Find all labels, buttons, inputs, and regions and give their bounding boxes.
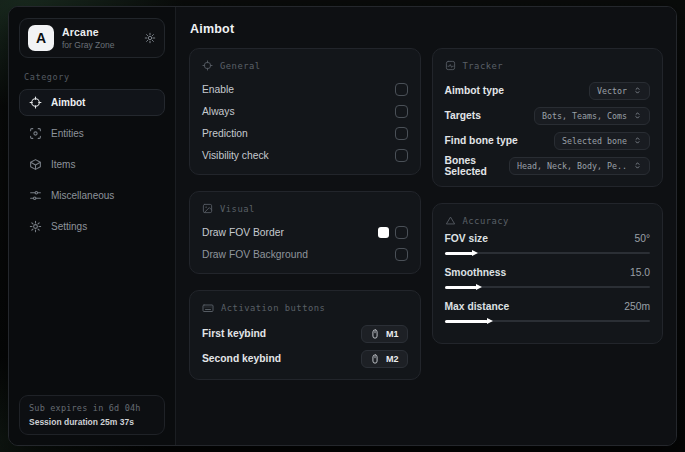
subscription-info: Sub expires in 6d 04h Session duration 2… bbox=[19, 395, 165, 435]
setting-label: Visibility check bbox=[202, 150, 269, 161]
visual-card: Visual Draw FOV Border Draw FOV Backgrou… bbox=[189, 191, 421, 274]
setting-row: First keybind M1 bbox=[202, 321, 408, 346]
keybind-value: M1 bbox=[386, 329, 399, 339]
select-value: Selected bone bbox=[562, 136, 627, 146]
entities-scan-icon bbox=[29, 127, 42, 140]
card-title: Tracker bbox=[463, 61, 504, 71]
slider-thumb[interactable] bbox=[487, 318, 493, 324]
sidebar: A Arcane for Gray Zone Category bbox=[9, 7, 176, 445]
setting-row: Draw FOV Background bbox=[202, 243, 408, 265]
chevrons-up-down-icon bbox=[633, 161, 642, 170]
setting-row: Targets Bots, Teams, Coms bbox=[445, 103, 651, 128]
sidebar-item-label: Aimbot bbox=[51, 97, 85, 108]
keybind-value: M2 bbox=[386, 354, 399, 364]
setting-row: Find bone type Selected bone bbox=[445, 128, 651, 153]
prediction-checkbox[interactable] bbox=[395, 127, 408, 140]
app-name: Arcane bbox=[62, 26, 136, 38]
setting-label: Prediction bbox=[202, 128, 248, 139]
image-icon bbox=[202, 203, 213, 214]
slider-row: Max distance 250m bbox=[445, 301, 651, 326]
main-content: Aimbot General Enable bbox=[176, 7, 676, 445]
targets-select[interactable]: Bots, Teams, Coms bbox=[534, 107, 650, 125]
slider-label: Max distance bbox=[445, 301, 510, 312]
setting-row: Draw FOV Border bbox=[202, 221, 408, 243]
card-title: Accuracy bbox=[463, 216, 509, 226]
sidebar-item-label: Miscellaneous bbox=[51, 190, 114, 201]
always-checkbox[interactable] bbox=[395, 105, 408, 118]
setting-row: Always bbox=[202, 100, 408, 122]
tracker-icon bbox=[445, 60, 456, 71]
sidebar-item-items[interactable]: Items bbox=[19, 151, 165, 178]
draw-fov-background-checkbox[interactable] bbox=[395, 248, 408, 261]
enable-checkbox[interactable] bbox=[395, 83, 408, 96]
max-distance-slider[interactable] bbox=[445, 316, 651, 326]
slider-row: FOV size 50° bbox=[445, 233, 651, 258]
setting-label: Enable bbox=[202, 84, 234, 95]
fov-size-slider[interactable] bbox=[445, 248, 651, 258]
page-title: Aimbot bbox=[189, 18, 663, 48]
setting-row: Prediction bbox=[202, 122, 408, 144]
setting-row: Visibility check bbox=[202, 144, 408, 166]
mouse-icon bbox=[370, 329, 380, 339]
sidebar-item-label: Items bbox=[51, 159, 75, 170]
triangle-icon bbox=[445, 215, 456, 226]
slider-thumb[interactable] bbox=[476, 284, 482, 290]
setting-label: Targets bbox=[445, 110, 481, 121]
chevrons-up-down-icon bbox=[633, 86, 642, 95]
package-icon bbox=[29, 158, 42, 171]
select-value: Vector bbox=[597, 86, 627, 96]
find-bone-type-select[interactable]: Selected bone bbox=[554, 132, 650, 150]
setting-label: Always bbox=[202, 106, 235, 117]
app-window: A Arcane for Gray Zone Category bbox=[8, 6, 677, 446]
sub-expires-text: Sub expires in 6d 04h bbox=[29, 403, 155, 413]
setting-label: Draw FOV Background bbox=[202, 249, 308, 260]
second-keybind-button[interactable]: M2 bbox=[361, 350, 408, 368]
bones-selected-select[interactable]: Head, Neck, Body, Pe.. bbox=[509, 157, 650, 175]
sidebar-item-label: Entities bbox=[51, 128, 84, 139]
slider-value: 250m bbox=[624, 301, 650, 312]
sliders-icon bbox=[29, 189, 42, 202]
slider-thumb[interactable] bbox=[472, 250, 478, 256]
crosshair-icon bbox=[202, 60, 213, 71]
activation-buttons-card: Activation buttons First keybind M1 bbox=[189, 290, 421, 380]
accuracy-card: Accuracy FOV size 50° bbox=[432, 203, 664, 344]
aimbot-type-select[interactable]: Vector bbox=[589, 82, 650, 100]
gear-icon bbox=[29, 220, 42, 233]
setting-row: Enable bbox=[202, 78, 408, 100]
setting-row: Aimbot type Vector bbox=[445, 78, 651, 103]
setting-label: First keybind bbox=[202, 328, 266, 339]
sidebar-nav: Aimbot Entities Items bbox=[19, 89, 165, 240]
setting-label: Aimbot type bbox=[445, 85, 505, 96]
slider-value: 15.0 bbox=[630, 267, 650, 278]
tracker-card: Tracker Aimbot type Vector bbox=[432, 48, 664, 187]
visibility-check-checkbox[interactable] bbox=[395, 149, 408, 162]
app-subtitle: for Gray Zone bbox=[62, 40, 136, 50]
session-duration-text: Session duration 25m 37s bbox=[29, 417, 155, 427]
draw-fov-border-checkbox[interactable] bbox=[395, 226, 408, 239]
setting-label: Draw FOV Border bbox=[202, 227, 284, 238]
card-title: Activation buttons bbox=[221, 303, 325, 313]
fov-border-color-swatch[interactable] bbox=[378, 227, 389, 238]
setting-label: Find bone type bbox=[445, 135, 518, 146]
setting-row: Second keybind M2 bbox=[202, 346, 408, 371]
gear-icon[interactable] bbox=[144, 32, 156, 44]
sidebar-item-aimbot[interactable]: Aimbot bbox=[19, 89, 165, 116]
slider-label: FOV size bbox=[445, 233, 489, 244]
app-header: A Arcane for Gray Zone bbox=[19, 18, 165, 58]
sidebar-item-entities[interactable]: Entities bbox=[19, 120, 165, 147]
sidebar-item-miscellaneous[interactable]: Miscellaneous bbox=[19, 182, 165, 209]
setting-label: Bones Selected bbox=[445, 155, 510, 177]
app-logo: A bbox=[28, 25, 54, 51]
sidebar-item-settings[interactable]: Settings bbox=[19, 213, 165, 240]
smoothness-slider[interactable] bbox=[445, 282, 651, 292]
select-value: Head, Neck, Body, Pe.. bbox=[517, 161, 627, 171]
category-label: Category bbox=[24, 72, 160, 82]
chevrons-up-down-icon bbox=[633, 111, 642, 120]
card-title: Visual bbox=[220, 204, 255, 214]
slider-value: 50° bbox=[634, 233, 650, 244]
chevrons-up-down-icon bbox=[633, 136, 642, 145]
slider-row: Smoothness 15.0 bbox=[445, 267, 651, 292]
first-keybind-button[interactable]: M1 bbox=[361, 325, 408, 343]
card-title: General bbox=[220, 61, 261, 71]
setting-row: Bones Selected Head, Neck, Body, Pe.. bbox=[445, 153, 651, 178]
